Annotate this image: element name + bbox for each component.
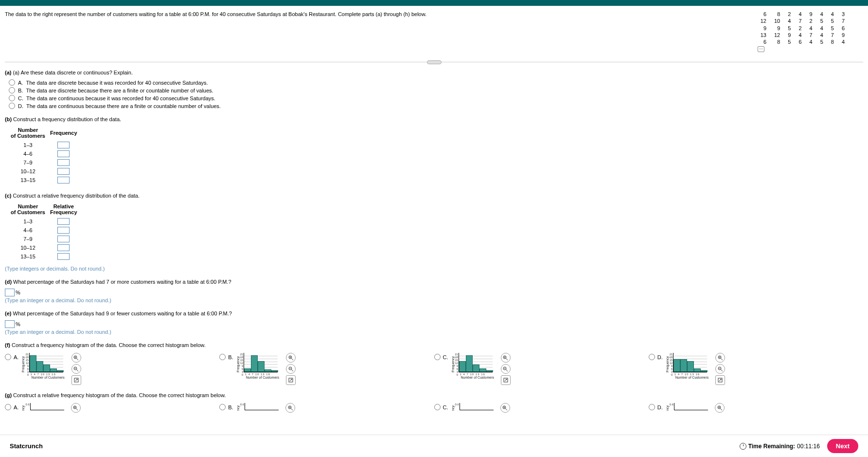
zoom-in-icon[interactable] bbox=[71, 403, 81, 413]
statcrunch-link[interactable]: Statcrunch bbox=[10, 442, 43, 449]
zoom-in-icon[interactable] bbox=[71, 353, 81, 363]
bar bbox=[680, 359, 687, 372]
freq-input[interactable] bbox=[57, 150, 70, 157]
table-row-label: 1–3 bbox=[11, 218, 49, 226]
zoom-in-icon[interactable] bbox=[285, 403, 295, 413]
hist-bars bbox=[30, 403, 64, 410]
zoom-out-icon[interactable] bbox=[286, 364, 296, 374]
hist-controls bbox=[715, 353, 725, 385]
hist-option-label: B. bbox=[228, 354, 233, 360]
qa-radio-b[interactable] bbox=[9, 87, 15, 93]
svg-line-5 bbox=[77, 369, 79, 371]
freq-input[interactable] bbox=[57, 227, 70, 234]
qg-prompt: (g) Construct a relative frequency histo… bbox=[5, 392, 863, 398]
freq-input[interactable] bbox=[57, 142, 70, 148]
zoom-out-icon[interactable] bbox=[715, 364, 725, 374]
qd-prompt: (d) What percentage of the Saturdays had… bbox=[5, 279, 863, 285]
hist-yaxis: 0.6 bbox=[455, 403, 460, 410]
qa-option-d[interactable]: D. The data are continuous because there… bbox=[9, 103, 863, 109]
expand-icon[interactable] bbox=[501, 375, 511, 385]
hist-radio[interactable] bbox=[434, 404, 441, 410]
question-a: (a) (a) Are these data discrete or conti… bbox=[5, 70, 863, 109]
freq-input[interactable] bbox=[57, 244, 70, 251]
hist-radio[interactable] bbox=[649, 404, 655, 410]
qa-prompt-text: (a) Are these data discrete or continuou… bbox=[13, 70, 133, 75]
bar bbox=[486, 370, 493, 372]
zoom-out-icon[interactable] bbox=[71, 364, 81, 374]
qa-radio-d[interactable] bbox=[9, 103, 15, 109]
qe-unit: % bbox=[16, 321, 20, 327]
qe-input[interactable] bbox=[5, 320, 15, 328]
data-cell: 7 bbox=[795, 18, 805, 24]
hist-radio[interactable] bbox=[649, 354, 655, 360]
zoom-in-icon[interactable] bbox=[715, 403, 725, 413]
qd-unit: % bbox=[16, 290, 20, 295]
svg-line-35 bbox=[719, 379, 721, 381]
next-button[interactable]: Next bbox=[827, 439, 858, 449]
histogram-option-D: D.Frequency2118151296301 4 7 10 13 16Num… bbox=[649, 353, 863, 385]
qa-radio-c[interactable] bbox=[9, 95, 15, 101]
hist-chart: ncy0.6 bbox=[666, 403, 708, 410]
hist-ylabel: Frequency bbox=[236, 356, 240, 372]
qa-option-b[interactable]: B. The data are discrete because there a… bbox=[9, 87, 863, 93]
freq-input[interactable] bbox=[57, 177, 70, 183]
qa-opt-text-a: The data are discrete because it was rec… bbox=[26, 80, 208, 86]
qe-hint: (Type an integer or a decimal. Do not ro… bbox=[5, 329, 863, 335]
data-cell: 4 bbox=[827, 11, 838, 18]
qf-options-grid: A.Frequency2118151296301 4 7 10 13 16Num… bbox=[5, 353, 863, 385]
bar bbox=[265, 369, 271, 372]
svg-line-19 bbox=[506, 358, 508, 360]
expand-icon[interactable] bbox=[286, 375, 296, 385]
freq-input[interactable] bbox=[57, 159, 70, 166]
question-c: (c) Construct a relative frequency distr… bbox=[5, 193, 863, 272]
hist-radio[interactable] bbox=[434, 354, 441, 360]
time-remaining: Time Remaining: 00:11:16 bbox=[740, 443, 820, 450]
data-cell: 5 bbox=[784, 25, 795, 32]
bar bbox=[36, 361, 43, 372]
data-cell: 6 bbox=[757, 38, 770, 45]
data-menu-icon[interactable]: ⋯ bbox=[758, 46, 764, 52]
hist-ylabel: ncy bbox=[21, 405, 25, 411]
bar bbox=[687, 361, 694, 372]
hist-radio[interactable] bbox=[5, 354, 11, 360]
hist-radio[interactable] bbox=[219, 354, 226, 360]
data-cell: 8 bbox=[770, 11, 784, 18]
qg-options-grid: A.ncy0.6B.ncy0.6C.ncy0.6D.ncy0.6 bbox=[5, 403, 863, 413]
qc-prompt: (c) Construct a relative frequency distr… bbox=[5, 193, 863, 199]
hist-radio[interactable] bbox=[5, 404, 11, 410]
qa-opt-text-b: The data are discrete because there are … bbox=[26, 88, 213, 93]
hist-ylabel: ncy bbox=[236, 405, 240, 411]
zoom-in-icon[interactable] bbox=[286, 353, 296, 363]
qc-table: Numberof CustomersRelativeFrequency1–34–… bbox=[10, 202, 82, 262]
data-cell: 9 bbox=[784, 32, 795, 38]
qb-table: Numberof CustomersFrequency1–34–67–910–1… bbox=[10, 126, 82, 185]
freq-input[interactable] bbox=[57, 253, 70, 260]
zoom-in-icon[interactable] bbox=[500, 403, 510, 413]
hist-xlabel: Number of Customers bbox=[246, 376, 279, 379]
hist-option-label: C. bbox=[443, 354, 448, 360]
zoom-in-icon[interactable] bbox=[715, 353, 725, 363]
expand-icon[interactable] bbox=[715, 375, 725, 385]
qd-input[interactable] bbox=[5, 289, 15, 296]
freq-input[interactable] bbox=[57, 168, 70, 175]
zoom-in-icon[interactable] bbox=[501, 353, 511, 363]
zoom-out-icon[interactable] bbox=[501, 364, 511, 374]
bar bbox=[30, 355, 36, 372]
expand-icon[interactable] bbox=[71, 375, 81, 385]
divider-handle-icon[interactable] bbox=[427, 60, 442, 64]
hist-radio[interactable] bbox=[219, 404, 226, 410]
qa-prompt: (a) (a) Are these data discrete or conti… bbox=[5, 70, 863, 75]
data-cell: 10 bbox=[770, 18, 784, 24]
data-cell: 5 bbox=[816, 18, 827, 24]
freq-input[interactable] bbox=[57, 236, 70, 242]
qa-option-a[interactable]: A. The data are discrete because it was … bbox=[9, 79, 863, 86]
qa-radio-a[interactable] bbox=[9, 79, 15, 86]
qa-option-c[interactable]: C. The data are continuous because it wa… bbox=[9, 95, 863, 101]
question-e: (e) What percentage of the Saturdays had… bbox=[5, 311, 863, 335]
hist-xlabel: Number of Customers bbox=[675, 376, 709, 379]
hist-chart: Frequency2118151296301 4 7 10 13 16Numbe… bbox=[451, 353, 494, 379]
question-b: (b) Construct a frequency distribution o… bbox=[5, 116, 863, 185]
hist-yaxis: 211815129630 bbox=[670, 353, 673, 372]
freq-input[interactable] bbox=[57, 218, 70, 225]
hist-option-label: B. bbox=[228, 404, 233, 410]
